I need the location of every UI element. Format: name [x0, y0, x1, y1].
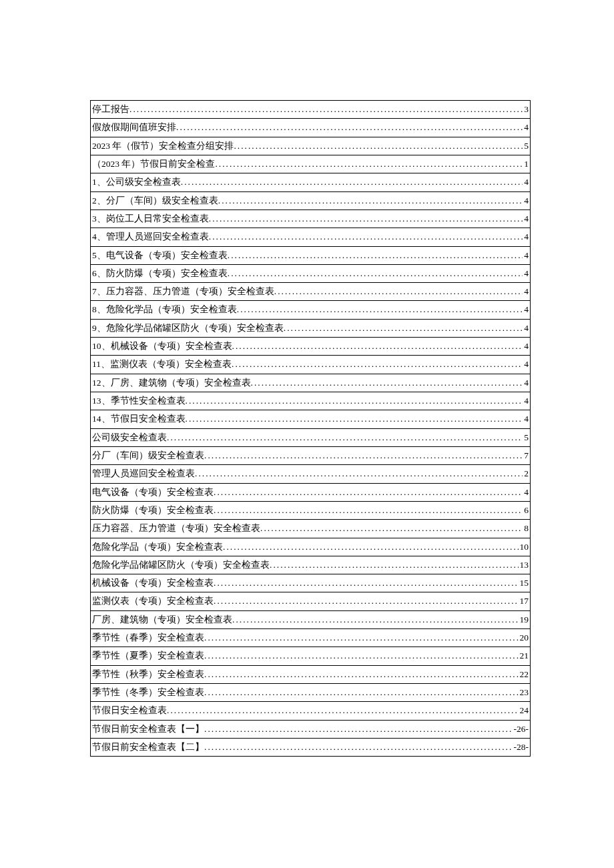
toc-entry-page: 4	[523, 410, 529, 428]
toc-entry-page: 15	[519, 574, 529, 592]
toc-entry: 公司级安全检查表5	[91, 429, 530, 447]
toc-entry-title: 压力容器、压力管道（专项）安全检查表	[92, 520, 260, 537]
toc-entry-title: 5、电气设备（专项）安全检查表	[92, 247, 228, 264]
toc-leader-dots	[167, 702, 519, 719]
toc-entry: 2、分厂（车间）级安全检查表4	[91, 192, 530, 210]
toc-entry: 9、危险化学品储罐区防火（专项）安全检查表4	[91, 320, 530, 338]
toc-entry: 8、危险化学品（专项）安全检查表4	[91, 301, 530, 319]
toc-entry: 季节性（夏季）安全检查表21	[91, 647, 530, 665]
toc-leader-dots	[214, 592, 519, 610]
toc-entry-title: 节假日前安全检查表【一】	[92, 721, 204, 738]
toc-entry: 节假日前安全检查表【二】-28-	[91, 739, 530, 756]
toc-entry-title: 季节性（春季）安全检查表	[92, 629, 204, 646]
toc-leader-dots	[251, 374, 523, 392]
toc-leader-dots	[181, 173, 523, 191]
toc-entry-page: -28-	[513, 739, 529, 756]
toc-entry: 危险化学品储罐区防火（专项）安全检查表13	[91, 556, 530, 574]
toc-entry-page: 4	[523, 301, 529, 318]
toc-entry-title: 4、管理人员巡回安全检查表	[92, 228, 209, 246]
toc-entry: 节假日前安全检查表【一】-26-	[91, 721, 530, 739]
toc-entry: 厂房、建筑物（专项）安全检查表19	[91, 611, 530, 629]
toc-entry-title: 13、季节性安全检查表	[92, 392, 186, 410]
toc-entry-title: 防火防爆（专项）安全检查表	[92, 502, 214, 519]
toc-leader-dots	[167, 429, 523, 446]
toc-entry-page: 8	[523, 520, 529, 537]
toc-entry-page: 4	[523, 265, 529, 282]
toc-leader-dots	[204, 629, 519, 646]
toc-entry: 分厂（车间）级安全检查表7	[91, 447, 530, 465]
toc-entry: 3、岗位工人日常安全检查表4	[91, 210, 530, 228]
toc-entry: 防火防爆（专项）安全检查表6	[91, 502, 530, 520]
toc-leader-dots	[214, 574, 519, 592]
toc-entry: 停工报告3	[91, 101, 530, 119]
toc-leader-dots	[232, 611, 519, 628]
toc-entry-page: 20	[519, 629, 529, 646]
toc-entry-page: 23	[519, 684, 529, 701]
toc-entry-page: 13	[519, 556, 529, 574]
toc-entry: 11、监测仪表（专项）安全检查表4	[91, 356, 530, 374]
toc-leader-dots	[232, 356, 523, 373]
toc-entry-page: 4	[523, 283, 529, 300]
toc-entry-page: 4	[523, 320, 529, 337]
toc-entry-title: 危险化学品储罐区防火（专项）安全检查表	[92, 556, 270, 574]
toc-entry: 6、防火防爆（专项）安全检查表4	[91, 265, 530, 283]
toc-entry-title: 3、岗位工人日常安全检查表	[92, 210, 209, 228]
toc-entry: 压力容器、压力管道（专项）安全检查表8	[91, 520, 530, 538]
toc-entry-title: 季节性（秋季）安全检查表	[92, 666, 204, 683]
toc-leader-dots	[204, 684, 519, 701]
toc-entry-page: 17	[519, 592, 529, 610]
toc-leader-dots	[204, 739, 513, 756]
toc-entry-page: 1	[523, 155, 529, 173]
toc-entry-title: 节假日前安全检查表【二】	[92, 739, 204, 756]
toc-entry-title: 公司级安全检查表	[92, 429, 167, 446]
table-of-contents: 停工报告3假放假期间值班安排42023 年（假节）安全检查分组安排5（2023 …	[90, 100, 531, 757]
toc-leader-dots	[204, 447, 523, 464]
toc-entry-page: 24	[519, 702, 529, 719]
toc-entry: 监测仪表（专项）安全检查表17	[91, 592, 530, 610]
toc-entry: 假放假期间值班安排4	[91, 119, 530, 137]
toc-entry-title: 14、节假日安全检查表	[92, 410, 186, 428]
toc-leader-dots	[284, 320, 523, 337]
toc-entry-title: 假放假期间值班安排	[92, 119, 176, 136]
toc-entry: 季节性（冬季）安全检查表23	[91, 684, 530, 702]
toc-leader-dots	[195, 465, 523, 482]
toc-entry-title: 7、压力容器、压力管道（专项）安全检查表	[92, 283, 274, 300]
toc-entry: 1、公司级安全检查表4	[91, 173, 530, 191]
toc-leader-dots	[214, 502, 523, 519]
toc-leader-dots	[234, 137, 523, 155]
toc-entry: （2023 年）节假日前安全检查1	[91, 155, 530, 173]
toc-leader-dots	[228, 247, 523, 264]
toc-entry-page: 4	[523, 484, 529, 501]
toc-entry-page: 7	[523, 447, 529, 464]
toc-entry: 2023 年（假节）安全检查分组安排5	[91, 137, 530, 155]
toc-entry: 4、管理人员巡回安全检查表4	[91, 228, 530, 246]
toc-entry-title: 1、公司级安全检查表	[92, 173, 181, 191]
toc-entry: 12、厂房、建筑物（专项）安全检查表4	[91, 374, 530, 392]
toc-entry-page: 6	[523, 502, 529, 519]
toc-entry-title: 2023 年（假节）安全检查分组安排	[92, 137, 234, 155]
toc-entry-page: 5	[523, 137, 529, 155]
toc-leader-dots	[260, 520, 523, 537]
toc-entry-page: 4	[523, 228, 529, 246]
toc-entry-page: 5	[523, 429, 529, 446]
toc-entry-title: 9、危险化学品储罐区防火（专项）安全检查表	[92, 320, 284, 337]
toc-entry: 管理人员巡回安全检查表2	[91, 465, 530, 483]
toc-leader-dots	[218, 192, 523, 209]
toc-leader-dots	[204, 721, 513, 738]
toc-leader-dots	[232, 338, 523, 355]
toc-entry-page: 2	[523, 465, 529, 482]
toc-leader-dots	[186, 410, 523, 428]
toc-entry-title: 管理人员巡回安全检查表	[92, 465, 195, 482]
toc-leader-dots	[274, 283, 523, 300]
toc-leader-dots	[204, 647, 519, 665]
toc-entry: 10、机械设备（专项）安全检查表4	[91, 338, 530, 356]
toc-leader-dots	[176, 119, 523, 136]
toc-entry-page: 19	[519, 611, 529, 628]
toc-entry: 14、节假日安全检查表4	[91, 410, 530, 428]
toc-entry-title: 12、厂房、建筑物（专项）安全检查表	[92, 374, 251, 392]
toc-entry: 5、电气设备（专项）安全检查表4	[91, 247, 530, 265]
toc-entry-page: 22	[519, 666, 529, 683]
toc-entry-page: 4	[523, 392, 529, 410]
toc-entry-title: 10、机械设备（专项）安全检查表	[92, 338, 232, 355]
toc-entry-page: 21	[519, 647, 529, 665]
